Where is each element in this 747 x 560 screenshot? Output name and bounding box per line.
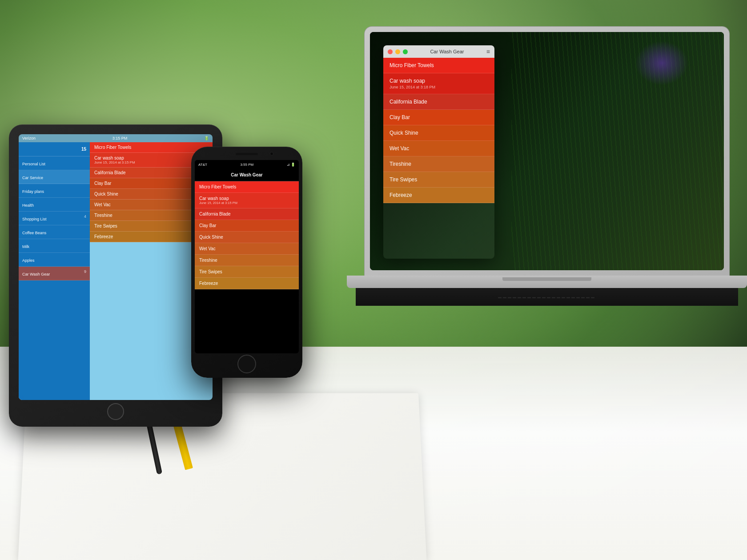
iphone-body: AT&T 3:55 PM ⊿ 🔋 Car Wash Gear Micro Fib…: [191, 147, 302, 378]
ipad-sidebar-item-carwash[interactable]: Car Wash Gear 9: [19, 267, 90, 280]
ipad-sidebar-header: 15: [19, 142, 90, 156]
iphone-list-row-8[interactable]: Febreeze: [195, 278, 299, 289]
mac-list-row-8[interactable]: Febreeze: [383, 188, 494, 203]
mac-minimize-button[interactable]: [395, 49, 400, 54]
ipad-sidebar-item-personal-label: Personal List: [22, 162, 45, 166]
mac-menu-icon[interactable]: ≡: [486, 48, 490, 55]
iphone-device: AT&T 3:55 PM ⊿ 🔋 Car Wash Gear Micro Fib…: [191, 147, 316, 378]
ipad-sidebar-item-carservice[interactable]: Car Service: [19, 170, 90, 184]
mac-item-title-6: Tireshine: [390, 161, 488, 167]
iphone-item-title-8: Febreeze: [199, 281, 294, 286]
mac-item-title-7: Tire Swipes: [390, 176, 488, 183]
iphone-item-title-1: Car wash soap: [199, 196, 294, 201]
mac-item-title-1: Car wash soap: [390, 78, 488, 84]
iphone-home-button[interactable]: [237, 355, 256, 373]
iphone-time: 3:55 PM: [240, 163, 253, 167]
ipad-sidebar-item-health[interactable]: Health: [19, 198, 90, 212]
iphone-list-row-3[interactable]: Clay Bar: [195, 220, 299, 232]
ipad-sidebar-item-friday[interactable]: Friday plans: [19, 184, 90, 198]
mac-item-title-4: Quick Shine: [390, 130, 488, 136]
mac-maximize-button[interactable]: [403, 49, 408, 54]
ipad-battery: 🔋: [204, 136, 209, 140]
iphone-nav-title: Car Wash Gear: [231, 172, 262, 177]
mac-list-row-1[interactable]: Car wash soap June 15, 2014 at 3:18 PM: [383, 73, 494, 94]
ipad-sidebar-count: 15: [81, 147, 86, 152]
iphone-carrier: AT&T: [198, 163, 207, 167]
iphone-list-row-1[interactable]: Car wash soap June 15, 2014 at 3:15 PM: [195, 193, 299, 208]
macbook-screen-housing: Car Wash Gear ≡ Micro Fiber Towels Car w…: [365, 27, 729, 276]
iphone-item-title-7: Tire Swipes: [199, 269, 294, 274]
ipad-sidebar-item-personal[interactable]: Personal List: [19, 156, 90, 170]
ipad-home-button[interactable]: [107, 403, 124, 420]
iphone-signal: ⊿ 🔋: [287, 163, 295, 167]
iphone-item-title-6: Tireshine: [199, 258, 294, 263]
mac-app-window: Car Wash Gear ≡ Micro Fiber Towels Car w…: [383, 45, 494, 259]
iphone-status-bar: AT&T 3:55 PM ⊿ 🔋: [195, 160, 299, 169]
mac-list-row-5[interactable]: Wet Vac: [383, 141, 494, 156]
ipad-sidebar-item-apples[interactable]: Apples: [19, 253, 90, 267]
iphone-list-row-4[interactable]: Quick Shine: [195, 232, 299, 243]
iphone-screen: AT&T 3:55 PM ⊿ 🔋 Car Wash Gear Micro Fib…: [195, 160, 299, 353]
ipad-shopping-count: 4: [84, 214, 86, 219]
mac-item-title-8: Febreeze: [390, 192, 488, 198]
ipad-sidebar-item-milk[interactable]: Milk: [19, 239, 90, 253]
ipad-sidebar-item-shopping-label: Shopping List 4: [22, 217, 47, 221]
iphone-list-row-5[interactable]: Wet Vac: [195, 243, 299, 255]
macbook-screen: Car Wash Gear ≡ Micro Fiber Towels Car w…: [370, 32, 724, 270]
iphone-camera: [270, 152, 273, 156]
ipad-sidebar-item-carservice-label: Car Service: [22, 176, 43, 180]
iphone-item-title-0: Micro Fiber Towels: [199, 184, 294, 189]
mac-close-button[interactable]: [388, 49, 393, 54]
mac-app-titlebar: Car Wash Gear ≡: [383, 45, 494, 58]
iphone-item-title-5: Wet Vac: [199, 246, 294, 251]
iphone-list-row-0[interactable]: Micro Fiber Towels: [195, 181, 299, 193]
mac-app-title: Car Wash Gear: [410, 49, 484, 54]
ipad-sidebar-item-coffee[interactable]: Coffee Beans: [19, 225, 90, 239]
iphone-item-title-4: Quick Shine: [199, 235, 294, 240]
mac-list-row-2[interactable]: California Blade: [383, 94, 494, 110]
ipad-sidebar-item-shopping[interactable]: Shopping List 4: [19, 212, 90, 225]
ipad-screen: Verizon 3:15 PM 🔋 15 Personal List Car S…: [19, 134, 213, 400]
mac-item-title-0: Micro Fiber Towels: [390, 62, 488, 68]
mac-item-title-3: Clay Bar: [390, 114, 488, 120]
mac-list-row-7[interactable]: Tire Swipes: [383, 172, 494, 188]
ipad-sidebar-item-health-label: Health: [22, 203, 34, 208]
ipad-lists-view: 15 Personal List Car Service Friday plan…: [19, 142, 213, 400]
iphone-item-title-3: Clay Bar: [199, 223, 294, 228]
macbook-base: [347, 276, 747, 288]
ipad-sidebar-item-coffee-label: Coffee Beans: [22, 231, 46, 235]
mac-list-row-0[interactable]: Micro Fiber Towels: [383, 58, 494, 73]
iphone-item-title-2: California Blade: [199, 212, 294, 216]
ipad-sidebar-item-apples-label: Apples: [22, 258, 35, 263]
ipad-carwash-count: 9: [84, 269, 86, 274]
mac-list-row-6[interactable]: Tireshine: [383, 156, 494, 172]
ipad-sidebar: 15 Personal List Car Service Friday plan…: [19, 142, 90, 400]
iphone-item-subtitle-1: June 15, 2014 at 3:15 PM: [199, 201, 294, 205]
iphone-speaker: [236, 153, 258, 155]
ipad-time: 3:15 PM: [112, 136, 128, 140]
iphone-list-row-7[interactable]: Tire Swipes: [195, 266, 299, 278]
mac-item-title-5: Wet Vac: [390, 145, 488, 152]
ipad-status-bar: Verizon 3:15 PM 🔋: [19, 134, 213, 142]
iphone-nav-bar: Car Wash Gear: [195, 169, 299, 181]
mac-item-title-2: California Blade: [390, 99, 488, 105]
iphone-list-row-2[interactable]: California Blade: [195, 208, 299, 220]
iphone-list-row-6[interactable]: Tireshine: [195, 255, 299, 266]
macbook-device: Car Wash Gear ≡ Micro Fiber Towels Car w…: [347, 27, 747, 306]
ipad-carrier: Verizon: [22, 136, 36, 140]
mac-list-row-4[interactable]: Quick Shine: [383, 125, 494, 141]
macbook-bokeh: [635, 41, 688, 85]
mac-item-subtitle-1: June 15, 2014 at 3:18 PM: [390, 85, 488, 89]
ipad-sidebar-item-carwash-label: Car Wash Gear 9: [22, 272, 50, 276]
ipad-body: Verizon 3:15 PM 🔋 15 Personal List Car S…: [9, 124, 222, 427]
macbook-keyboard: ▬▬▬▬▬▬▬▬▬▬▬▬▬▬▬▬▬▬▬▬: [356, 288, 738, 306]
ipad-sidebar-item-friday-label: Friday plans: [22, 189, 44, 194]
mac-list-row-3[interactable]: Clay Bar: [383, 110, 494, 125]
ipad-sidebar-item-milk-label: Milk: [22, 244, 29, 249]
